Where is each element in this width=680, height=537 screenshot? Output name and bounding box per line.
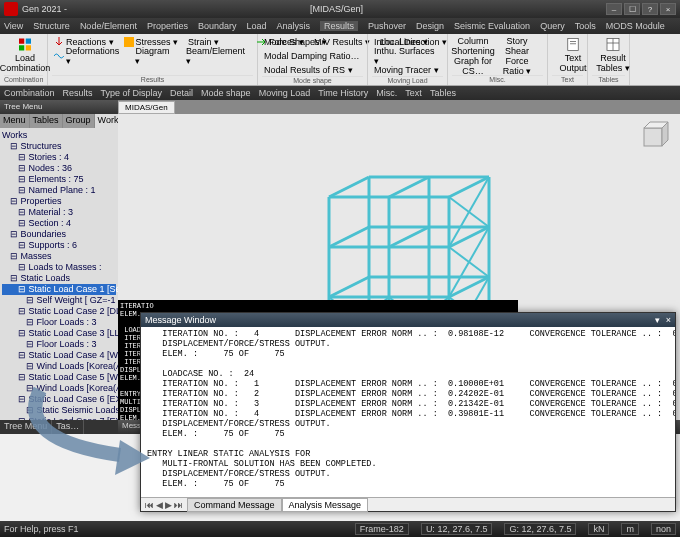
tree-node[interactable]: ⊟ Wind Loads [Korea(Arch.200	[2, 361, 116, 372]
column-shortening-button[interactable]: Column Shortening Graph for CS…	[452, 36, 494, 74]
tab-command-message[interactable]: Command Message	[187, 498, 282, 512]
tree-node[interactable]: ⊟ Nodes : 36	[2, 163, 116, 174]
beam-element-button[interactable]: Beam/Element ▾	[184, 50, 253, 62]
tree-node[interactable]: ⊟ Properties	[2, 196, 116, 207]
tree-tab-tables[interactable]: Tables	[30, 114, 63, 128]
maximize-button[interactable]: ☐	[624, 3, 640, 15]
tree-node[interactable]: ⊟ Masses	[2, 251, 116, 262]
status-unit-force[interactable]: kN	[588, 523, 609, 535]
tab-results[interactable]: Results	[63, 88, 93, 98]
tree-node[interactable]: ⊟ Boundaries	[2, 229, 116, 240]
tree-bottom-task[interactable]: Tas…	[52, 420, 84, 434]
menu-tools[interactable]: Tools	[575, 21, 596, 31]
story-shear-button[interactable]: Story Shear Force Ratio ▾	[496, 36, 538, 74]
msgwin-dropdown-icon[interactable]: ▾	[655, 315, 660, 325]
help-button[interactable]: ?	[642, 3, 658, 15]
tree-view[interactable]: Works⊟ Structures⊟ Stories : 4⊟ Nodes : …	[0, 128, 118, 420]
tree-node[interactable]: ⊟ Static Load Case 4 [WX : 풍하…	[2, 350, 116, 361]
result-tables-button[interactable]: Result Tables ▾	[592, 36, 634, 74]
menu-view[interactable]: View	[4, 21, 23, 31]
tab-misc[interactable]: Misc.	[376, 88, 397, 98]
ribbon-group-label: Moving Load	[372, 76, 443, 84]
msgtab-last-icon[interactable]: ⏭	[174, 500, 183, 510]
status-unit-length[interactable]: m	[621, 523, 639, 535]
tab-tables[interactable]: Tables	[430, 88, 456, 98]
tree-title: Tree Menu	[0, 100, 118, 114]
tree-node[interactable]: ⊟ Static Load Case 6 [EX : X-방…	[2, 394, 116, 405]
menu-results[interactable]: Results	[320, 21, 358, 31]
close-button[interactable]: ×	[660, 3, 676, 15]
message-window-tabs: ⏮ ◀ ▶ ⏭ Command Message Analysis Message	[141, 497, 675, 511]
tab-detail[interactable]: Detail	[170, 88, 193, 98]
ribbon-group-label: Misc.	[452, 75, 543, 83]
tree-tab-menu[interactable]: Menu	[0, 114, 30, 128]
menu-mods[interactable]: MODS Module	[606, 21, 665, 31]
tree-node[interactable]: ⊟ Floor Loads : 3	[2, 339, 116, 350]
tree-node[interactable]: ⊟ Static Load Case 3 [LL : 적재…	[2, 328, 116, 339]
msgtab-next-icon[interactable]: ▶	[165, 500, 172, 510]
menu-design[interactable]: Design	[416, 21, 444, 31]
tree-node[interactable]: ⊟ Material : 3	[2, 207, 116, 218]
tree-node[interactable]: ⊟ Static Load Case 1 [Self : 자…	[2, 284, 116, 295]
minimize-button[interactable]: –	[606, 3, 622, 15]
menu-load[interactable]: Load	[246, 21, 266, 31]
msgtab-first-icon[interactable]: ⏮	[145, 500, 154, 510]
tree-node[interactable]: ⊟ Floor Loads : 3	[2, 317, 116, 328]
status-mode[interactable]: non	[651, 523, 676, 535]
message-window-title: Message Window	[145, 315, 216, 325]
menu-pushover[interactable]: Pushover	[368, 21, 406, 31]
viewport-tab[interactable]: MIDAS/Gen	[118, 101, 175, 114]
status-frame: Frame-182	[355, 523, 409, 535]
tree-node[interactable]: ⊟ Static Seismic Loads [Korea	[2, 405, 116, 416]
tree-panel: Tree Menu Menu Tables Group Works Report…	[0, 100, 118, 434]
menu-structure[interactable]: Structure	[33, 21, 70, 31]
svg-line-26	[329, 177, 369, 197]
tree-node[interactable]: ⊟ Stories : 4	[2, 152, 116, 163]
menu-query[interactable]: Query	[540, 21, 565, 31]
modal-damping-button[interactable]: Modal Damping Ratio…	[262, 50, 363, 62]
tree-node[interactable]: ⊟ Supports : 6	[2, 240, 116, 251]
tree-node[interactable]: ⊟ Structures	[2, 141, 116, 152]
message-window-body[interactable]: ITERATION NO. : 4 DISPLACEMENT ERROR NOR…	[141, 327, 675, 497]
tree-node[interactable]: ⊟ Elements : 75	[2, 174, 116, 185]
tree-tab-group[interactable]: Group	[63, 114, 95, 128]
message-window-titlebar[interactable]: Message Window ▾ ×	[141, 313, 675, 327]
tab-modeshape[interactable]: Mode shape	[201, 88, 251, 98]
inthu-surfaces-button[interactable]: Inthu. Surfaces ▾	[372, 50, 443, 62]
deformations-button[interactable]: Deformations ▾	[52, 50, 127, 62]
svg-line-29	[329, 227, 369, 247]
tree-bottom-tab[interactable]: Tree Menu	[0, 420, 52, 434]
msgtab-prev-icon[interactable]: ◀	[156, 500, 163, 510]
tab-timehistory[interactable]: Time History	[318, 88, 368, 98]
moving-tracer-button[interactable]: Moving Tracer ▾	[372, 64, 443, 76]
tab-analysis-message[interactable]: Analysis Message	[282, 498, 369, 512]
view-cube-icon[interactable]	[640, 120, 670, 150]
menu-seismic[interactable]: Seismic Evaluation	[454, 21, 530, 31]
msgwin-close-icon[interactable]: ×	[666, 315, 671, 325]
menu-boundary[interactable]: Boundary	[198, 21, 237, 31]
tab-combination[interactable]: Combination	[4, 88, 55, 98]
tree-node[interactable]: ⊟ Static Loads	[2, 273, 116, 284]
tree-node[interactable]: Works	[2, 130, 116, 141]
tab-movingload[interactable]: Moving Load	[259, 88, 311, 98]
menu-analysis[interactable]: Analysis	[277, 21, 311, 31]
tree-node[interactable]: ⊟ Section : 4	[2, 218, 116, 229]
tab-display[interactable]: Type of Display	[101, 88, 163, 98]
menu-properties[interactable]: Properties	[147, 21, 188, 31]
svg-line-27	[389, 177, 429, 197]
tree-node[interactable]: ⊟ Named Plane : 1	[2, 185, 116, 196]
load-combination-button[interactable]: Load Combination	[4, 36, 46, 74]
diagram-button[interactable]: Diagram ▾	[133, 50, 178, 62]
tree-node[interactable]: ⊟ Static Load Case 2 [DL : 고정…	[2, 306, 116, 317]
tree-node[interactable]: ⊟ Self Weight [ GZ=-1 ]	[2, 295, 116, 306]
menu-node-element[interactable]: Node/Element	[80, 21, 137, 31]
tree-node[interactable]: ⊟ Loads to Masses :	[2, 262, 116, 273]
tree-node[interactable]: ⊟ Wind Loads [Korea(Arch.200	[2, 383, 116, 394]
app-title: Gen 2021 -	[22, 4, 67, 14]
doc-title: [MIDAS/Gen]	[67, 4, 606, 14]
nodal-results-button[interactable]: Nodal Results of RS ▾	[262, 64, 363, 76]
tab-text[interactable]: Text	[405, 88, 422, 98]
tree-node[interactable]: ⊟ Static Load Case 5 [WY : 풍하…	[2, 372, 116, 383]
mode-shapes-button[interactable]: Mode Shapes ▾	[262, 36, 363, 48]
app-logo	[4, 2, 18, 16]
